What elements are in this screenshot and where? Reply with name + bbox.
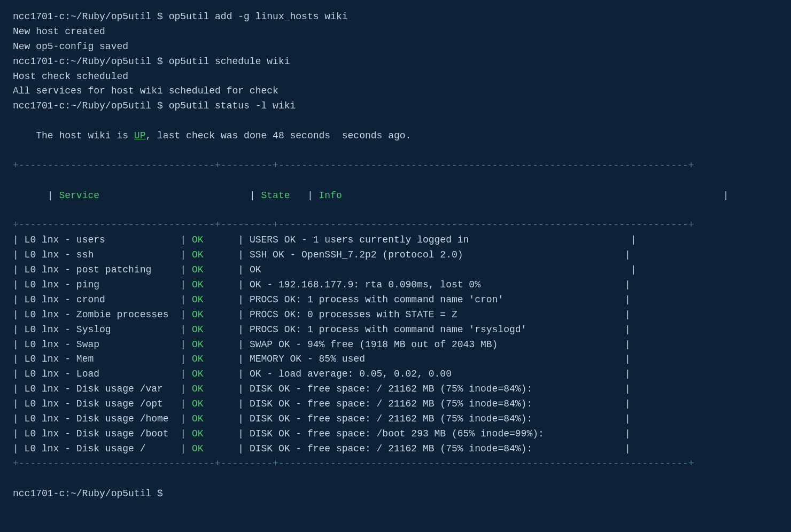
services-table: +----------------------------------+----… xyxy=(13,159,778,472)
table-row: | L0 lnx - Disk usage /boot | OK | DISK … xyxy=(13,427,778,442)
table-row: | L0 lnx - Load | OK | OK - load average… xyxy=(13,367,778,382)
prompt-3: ncc1701-c:~/Ruby/op5util $ op5util statu… xyxy=(13,100,296,111)
table-row: | L0 lnx - Zombie processes | OK | PROCS… xyxy=(13,308,778,323)
output-line-3: Host check scheduled xyxy=(13,69,778,84)
table-row: | L0 lnx - Disk usage /var | OK | DISK O… xyxy=(13,382,778,397)
table-row: | L0 lnx - Syslog | OK | PROCS OK: 1 pro… xyxy=(13,323,778,338)
terminal: ncc1701-c:~/Ruby/op5util $ op5util add -… xyxy=(13,10,778,501)
status-up: UP xyxy=(134,130,146,141)
pipe-1: | xyxy=(48,190,59,201)
table-row: | L0 lnx - ssh | OK | SSH OK - OpenSSH_7… xyxy=(13,248,778,263)
table-divider-top: +----------------------------------+----… xyxy=(13,159,778,174)
table-row: | L0 lnx - crond | OK | PROCS OK: 1 proc… xyxy=(13,293,778,308)
table-divider-header: +----------------------------------+----… xyxy=(13,218,778,233)
output-line-4: All services for host wiki scheduled for… xyxy=(13,84,778,99)
table-row: | L0 lnx - post patching | OK | OK | xyxy=(13,263,778,278)
header-info-pad: | xyxy=(342,190,729,201)
status-pre: The host wiki is xyxy=(36,130,134,141)
prompt-2: ncc1701-c:~/Ruby/op5util $ op5util sched… xyxy=(13,56,290,67)
header-service-pad: | xyxy=(99,190,261,201)
output-line-1: New host created xyxy=(13,25,778,40)
prompt-1: ncc1701-c:~/Ruby/op5util $ op5util add -… xyxy=(13,11,348,22)
status-post: , last check was done 48 seconds seconds… xyxy=(145,130,411,141)
footer-prompt-text: ncc1701-c:~/Ruby/op5util $ xyxy=(13,488,169,499)
table-row: | L0 lnx - Swap | OK | SWAP OK - 94% fre… xyxy=(13,338,778,353)
footer-prompt: ncc1701-c:~/Ruby/op5util $ xyxy=(13,487,778,502)
table-row: | L0 lnx - Disk usage /home | OK | DISK … xyxy=(13,412,778,427)
table-divider-bottom: +----------------------------------+----… xyxy=(13,457,778,472)
table-row: | L0 lnx - Disk usage / | OK | DISK OK -… xyxy=(13,442,778,457)
header-service: Service xyxy=(59,190,99,201)
status-line: The host wiki is UP, last check was done… xyxy=(13,114,778,159)
cmd-line-1: ncc1701-c:~/Ruby/op5util $ op5util add -… xyxy=(13,10,778,25)
cmd-line-2: ncc1701-c:~/Ruby/op5util $ op5util sched… xyxy=(13,54,778,69)
table-row: | L0 lnx - users | OK | USERS OK - 1 use… xyxy=(13,233,778,248)
header-state: State xyxy=(261,190,290,201)
blank-line xyxy=(13,472,778,487)
header-info: Info xyxy=(319,190,342,201)
table-row: | L0 lnx - Mem | OK | MEMORY OK - 85% us… xyxy=(13,352,778,367)
table-row: | L0 lnx - Disk usage /opt | OK | DISK O… xyxy=(13,397,778,412)
cmd-line-3: ncc1701-c:~/Ruby/op5util $ op5util statu… xyxy=(13,99,778,114)
table-row: | L0 lnx - ping | OK | OK - 192.168.177.… xyxy=(13,278,778,293)
header-state-pad: | xyxy=(290,190,319,201)
output-line-2: New op5-config saved xyxy=(13,40,778,54)
table-header: | Service | State | Info | xyxy=(13,174,778,218)
